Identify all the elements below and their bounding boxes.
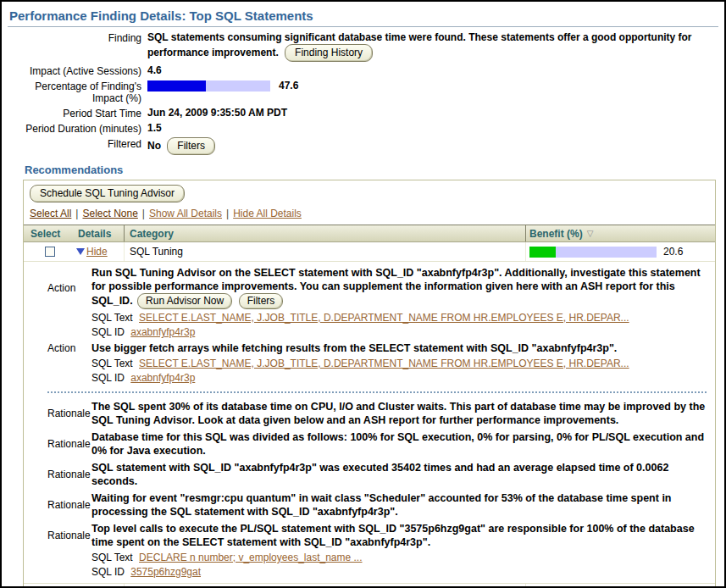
- action-block: Action Run SQL Tuning Advisor on the SEL…: [47, 264, 707, 311]
- sql-text-link[interactable]: SELECT E.LAST_NAME, J.JOB_TITLE, D.DEPAR…: [139, 312, 629, 324]
- finding-summary: Finding SQL statements consuming signifi…: [8, 31, 718, 155]
- sql-text-line: SQL Text SELECT E.LAST_NAME, J.JOB_TITLE…: [91, 311, 707, 325]
- sql-id-label: SQL ID: [91, 326, 125, 338]
- show-all-details-link[interactable]: Show All Details: [149, 208, 222, 219]
- column-header-details: Details: [76, 225, 124, 241]
- expanded-detail: Action Run SQL Tuning Advisor on the SEL…: [24, 262, 715, 584]
- sql-text-line: SQL Text DECLARE n number; v_employees_l…: [91, 551, 707, 565]
- finding-history-button[interactable]: Finding History: [285, 44, 373, 62]
- dotted-divider: [47, 391, 707, 393]
- sql-text-label: SQL Text: [91, 358, 133, 369]
- sql-id-link[interactable]: axabnfyfp4r3p: [130, 372, 195, 384]
- period-start-value: Jun 24, 2009 9:35:50 AM PDT: [147, 107, 718, 119]
- rationale-label: Rationale: [47, 469, 91, 480]
- impact-value: 4.6: [147, 64, 718, 77]
- select-all-link[interactable]: Select All: [30, 208, 71, 219]
- sql-id-line: SQL ID axabnfyfp4r3p: [91, 325, 707, 340]
- action-text: Use bigger fetch arrays while fetching r…: [91, 340, 707, 357]
- hide-details-link[interactable]: Hide: [86, 246, 108, 258]
- rationale-text: SQL statement with SQL_ID "axabnfyfp4r3p…: [91, 459, 707, 490]
- filtered-value-row: No Filters: [147, 137, 718, 155]
- sort-descending-icon[interactable]: ▽: [587, 229, 594, 238]
- table-row: Hide SQL Tuning 20.6: [24, 242, 715, 262]
- rationale-block: Rationale The SQL spent 30% of its datab…: [47, 398, 707, 429]
- link-separator: |: [142, 208, 145, 219]
- recommendations-toolbar: Schedule SQL Tuning Advisor: [24, 180, 715, 206]
- schedule-sql-tuning-advisor-button[interactable]: Schedule SQL Tuning Advisor: [30, 185, 185, 202]
- sql-text-link[interactable]: DECLARE n number; v_employees_last_name …: [139, 552, 362, 563]
- period-duration-value: 1.5: [147, 122, 718, 135]
- filters-button[interactable]: Filters: [167, 137, 215, 155]
- sql-id-label: SQL ID: [91, 566, 125, 578]
- column-header-benefit[interactable]: Benefit (%) ▽: [525, 225, 715, 241]
- rationale-block: Rationale Waiting for event "resmgr:cpu …: [47, 490, 707, 520]
- sql-id-label: SQL ID: [91, 372, 125, 384]
- column-header-select: Select: [24, 225, 76, 241]
- sql-text-label: SQL Text: [91, 552, 133, 563]
- finding-value: SQL statements consuming significant dat…: [147, 31, 718, 62]
- finding-text: SQL statements consuming significant dat…: [147, 31, 692, 58]
- column-header-category: Category: [124, 225, 525, 241]
- table-header-row: Select Details Category Benefit (%) ▽: [24, 225, 715, 242]
- hide-all-details-link[interactable]: Hide All Details: [233, 208, 302, 219]
- page-title: Performance Finding Details: Top SQL Sta…: [8, 7, 718, 25]
- rationale-label: Rationale: [47, 499, 91, 511]
- filtered-value: No: [147, 140, 161, 152]
- link-separator: |: [226, 208, 229, 219]
- page-frame: Performance Finding Details: Top SQL Sta…: [0, 0, 726, 588]
- title-divider: [8, 26, 718, 27]
- table-row: + Show SQL Tuning 11.1: [24, 584, 715, 588]
- rationale-label: Rationale: [47, 438, 91, 450]
- impact-percent-label: Percentage of Finding's Impact (%): [8, 80, 141, 104]
- impact-label: Impact (Active Sessions): [8, 64, 141, 77]
- benefit-value: 20.6: [663, 246, 683, 258]
- sql-id-link[interactable]: axabnfyfp4r3p: [130, 326, 195, 338]
- recommendations-heading: Recommendations: [25, 164, 718, 176]
- select-none-link[interactable]: Select None: [82, 208, 137, 219]
- action-text: Run SQL Tuning Advisor on the SELECT sta…: [91, 264, 707, 311]
- rationale-text: Database time for this SQL was divided a…: [91, 429, 707, 459]
- benefit-bar: [529, 247, 657, 258]
- run-advisor-now-button[interactable]: Run Advisor Now: [137, 293, 232, 309]
- action-label: Action: [47, 282, 91, 294]
- sql-text-link[interactable]: SELECT E.LAST_NAME, J.JOB_TITLE, D.DEPAR…: [139, 358, 629, 369]
- impact-percent-row: 47.6: [147, 80, 718, 92]
- rationale-block: Rationale Top level calls to execute the…: [47, 520, 707, 551]
- row-category: SQL Tuning: [124, 242, 525, 261]
- sql-text-line: SQL Text SELECT E.LAST_NAME, J.JOB_TITLE…: [91, 357, 707, 371]
- rationale-text: Waiting for event "resmgr:cpu quantum" i…: [91, 490, 707, 520]
- sql-text-label: SQL Text: [91, 312, 133, 324]
- collapse-triangle-icon: [76, 248, 85, 255]
- period-duration-label: Period Duration (minutes): [8, 122, 141, 135]
- period-start-label: Period Start Time: [8, 107, 141, 119]
- rationale-label: Rationale: [47, 408, 91, 419]
- finding-label: Finding: [8, 31, 141, 44]
- row-checkbox[interactable]: [45, 247, 55, 257]
- recommendations-panel: Schedule SQL Tuning Advisor Select All|S…: [23, 180, 716, 588]
- row-category: SQL Tuning: [124, 584, 525, 588]
- impact-percent-bar: [147, 80, 270, 92]
- selection-links: Select All|Select None|Show All Details|…: [24, 206, 715, 225]
- filtered-label: Filtered: [8, 137, 141, 150]
- link-separator: |: [75, 208, 78, 219]
- rationale-text: Top level calls to execute the PL/SQL st…: [91, 520, 707, 551]
- rationale-label: Rationale: [47, 530, 91, 541]
- sql-id-line: SQL ID axabnfyfp4r3p: [91, 371, 707, 386]
- sql-id-link[interactable]: 3575p6hzg9gat: [130, 566, 201, 578]
- action-label: Action: [47, 342, 91, 354]
- rationale-text: The SQL spent 30% of its database time o…: [91, 398, 707, 429]
- impact-percent-value: 47.6: [279, 80, 298, 92]
- action-block: Action Use bigger fetch arrays while fet…: [47, 340, 707, 357]
- rationale-block: Rationale SQL statement with SQL_ID "axa…: [47, 459, 707, 490]
- filters-button[interactable]: Filters: [239, 293, 284, 309]
- sql-id-line: SQL ID 3575p6hzg9gat: [91, 565, 707, 580]
- rationale-block: Rationale Database time for this SQL was…: [47, 429, 707, 459]
